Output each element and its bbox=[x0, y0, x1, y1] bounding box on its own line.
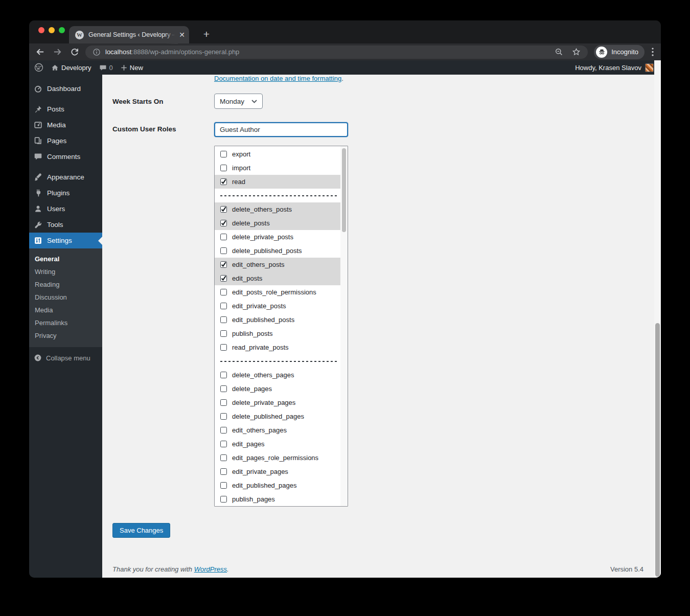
capability-row-edit_others_pages[interactable]: edit_others_pages bbox=[215, 423, 340, 437]
checkbox-unchecked-icon[interactable] bbox=[220, 399, 227, 406]
back-icon[interactable] bbox=[34, 47, 45, 58]
checkbox-unchecked-icon[interactable] bbox=[220, 427, 227, 434]
submenu-item-writing[interactable]: Writing bbox=[29, 265, 102, 278]
documentation-link-row: Documentation on date and time formattin… bbox=[214, 75, 343, 82]
browser-menu-icon[interactable] bbox=[652, 48, 654, 56]
checkbox-unchecked-icon[interactable] bbox=[220, 441, 227, 447]
wordpress-link[interactable]: WordPress bbox=[194, 565, 227, 573]
forward-icon[interactable] bbox=[52, 47, 63, 58]
submenu-item-media[interactable]: Media bbox=[29, 304, 102, 316]
page-scrollbar-thumb[interactable] bbox=[655, 323, 660, 577]
sidebar-item-users[interactable]: Users bbox=[29, 201, 102, 217]
sidebar-item-media[interactable]: Media bbox=[29, 117, 102, 133]
week-starts-select[interactable]: Monday bbox=[214, 94, 263, 109]
checkbox-unchecked-icon[interactable] bbox=[220, 482, 227, 489]
submenu-item-reading[interactable]: Reading bbox=[29, 278, 102, 291]
checkbox-unchecked-icon[interactable] bbox=[220, 496, 227, 503]
checkbox-unchecked-icon[interactable] bbox=[220, 303, 227, 309]
checkbox-unchecked-icon[interactable] bbox=[220, 151, 227, 157]
checkbox-checked-icon[interactable] bbox=[220, 275, 227, 282]
url-bar[interactable]: localhost:8888/wp-admin/options-general.… bbox=[85, 45, 588, 59]
url-host: localhost bbox=[105, 48, 131, 56]
sidebar-item-comments[interactable]: Comments bbox=[29, 149, 102, 165]
capability-row-delete_pages[interactable]: delete_pages bbox=[215, 382, 340, 396]
capability-row-publish_pages[interactable]: publish_pages bbox=[215, 492, 340, 506]
capability-row-edit_private_posts[interactable]: edit_private_posts bbox=[215, 299, 340, 313]
capability-row-delete_private_pages[interactable]: delete_private_pages bbox=[215, 396, 340, 409]
wp-logo-menu[interactable] bbox=[34, 63, 43, 72]
sidebar-item-pages[interactable]: Pages bbox=[29, 133, 102, 149]
capability-row-edit_private_pages[interactable]: edit_private_pages bbox=[215, 465, 340, 478]
capability-row-edit_others_posts[interactable]: edit_others_posts bbox=[215, 258, 340, 271]
capability-row-edit_posts[interactable]: edit_posts bbox=[215, 271, 340, 285]
capability-row-delete_published_pages[interactable]: delete_published_pages bbox=[215, 409, 340, 423]
custom-user-roles-input[interactable] bbox=[214, 122, 348, 137]
capability-row-delete_published_posts[interactable]: delete_published_posts bbox=[215, 244, 340, 258]
documentation-link[interactable]: Documentation on date and time formattin… bbox=[214, 75, 341, 82]
sidebar-item-tools[interactable]: Tools bbox=[29, 217, 102, 233]
capability-row-edit_published_pages[interactable]: edit_published_pages bbox=[215, 478, 340, 492]
checkbox-checked-icon[interactable] bbox=[220, 220, 227, 226]
checkbox-unchecked-icon[interactable] bbox=[220, 344, 227, 351]
checkbox-unchecked-icon[interactable] bbox=[220, 289, 227, 295]
checkbox-unchecked-icon[interactable] bbox=[220, 330, 227, 337]
capabilities-listbox[interactable]: exportimportreaddelete_others_postsdelet… bbox=[214, 146, 348, 507]
checkbox-unchecked-icon[interactable] bbox=[220, 247, 227, 254]
capability-row-delete_private_posts[interactable]: delete_private_posts bbox=[215, 230, 340, 244]
page-info-icon[interactable] bbox=[93, 48, 101, 56]
capability-row-delete_others_pages[interactable]: delete_others_pages bbox=[215, 368, 340, 382]
checkbox-checked-icon[interactable] bbox=[220, 206, 227, 213]
capability-row-edit_published_posts[interactable]: edit_published_posts bbox=[215, 313, 340, 327]
capability-row-read_private_posts[interactable]: read_private_posts bbox=[215, 340, 340, 354]
capability-row-edit_pages[interactable]: edit_pages bbox=[215, 437, 340, 451]
zoom-page-icon[interactable] bbox=[555, 48, 563, 56]
checkbox-unchecked-icon[interactable] bbox=[220, 165, 227, 171]
new-tab-button[interactable]: + bbox=[199, 27, 214, 42]
submenu-item-permalinks[interactable]: Permalinks bbox=[29, 316, 102, 329]
minimize-window-button[interactable] bbox=[49, 27, 55, 33]
sidebar-item-dashboard[interactable]: Dashboard bbox=[29, 81, 102, 97]
bookmark-star-icon[interactable] bbox=[572, 48, 581, 56]
listbox-scrollbar[interactable] bbox=[340, 146, 348, 506]
reload-icon[interactable] bbox=[69, 47, 80, 58]
collapse-menu-button[interactable]: Collapse menu bbox=[29, 354, 102, 362]
capability-row-delete_others_posts[interactable]: delete_others_posts bbox=[215, 202, 340, 216]
checkbox-unchecked-icon[interactable] bbox=[220, 454, 227, 461]
browser-tab[interactable]: W General Settings ‹ Developry — W ✕ bbox=[69, 26, 189, 43]
sidebar-item-plugins[interactable]: Plugins bbox=[29, 185, 102, 201]
page-scrollbar[interactable] bbox=[654, 60, 661, 578]
tab-close-icon[interactable]: ✕ bbox=[179, 31, 185, 39]
capability-row-publish_posts[interactable]: publish_posts bbox=[215, 327, 340, 340]
capability-row-export[interactable]: export bbox=[215, 147, 340, 161]
checkbox-unchecked-icon[interactable] bbox=[220, 316, 227, 323]
sidebar-item-label: Posts bbox=[47, 105, 64, 113]
account-menu[interactable]: Howdy, Krasen Slavov bbox=[575, 63, 654, 72]
capability-row-edit_pages_role_permissions[interactable]: edit_pages_role_permissions bbox=[215, 451, 340, 465]
checkbox-unchecked-icon[interactable] bbox=[220, 468, 227, 475]
submenu-item-discussion[interactable]: Discussion bbox=[29, 291, 102, 304]
capability-row-import[interactable]: import bbox=[215, 161, 340, 175]
submenu-item-general[interactable]: General bbox=[29, 253, 102, 265]
browser-toolbar: localhost:8888/wp-admin/options-general.… bbox=[29, 43, 661, 60]
save-changes-button[interactable]: Save Changes bbox=[112, 523, 170, 538]
checkbox-unchecked-icon[interactable] bbox=[220, 372, 227, 378]
sidebar-item-appearance[interactable]: Appearance bbox=[29, 169, 102, 185]
checkbox-checked-icon[interactable] bbox=[220, 261, 227, 268]
capability-row-read[interactable]: read bbox=[215, 175, 340, 189]
checkbox-unchecked-icon[interactable] bbox=[220, 234, 227, 240]
collapse-arrow-icon bbox=[34, 354, 42, 362]
checkbox-unchecked-icon[interactable] bbox=[220, 413, 227, 420]
sidebar-item-settings[interactable]: Settings bbox=[29, 233, 102, 248]
site-name-menu[interactable]: Developry bbox=[51, 64, 91, 72]
checkbox-unchecked-icon[interactable] bbox=[220, 385, 227, 392]
close-window-button[interactable] bbox=[38, 27, 44, 33]
new-content-menu[interactable]: New bbox=[121, 64, 143, 72]
submenu-item-privacy[interactable]: Privacy bbox=[29, 329, 102, 342]
sidebar-item-posts[interactable]: Posts bbox=[29, 101, 102, 117]
checkbox-checked-icon[interactable] bbox=[220, 178, 227, 185]
comments-menu[interactable]: 0 bbox=[99, 64, 113, 72]
capability-row-edit_posts_role_permissions[interactable]: edit_posts_role_permissions bbox=[215, 285, 340, 299]
zoom-window-button[interactable] bbox=[59, 27, 65, 33]
capability-row-delete_posts[interactable]: delete_posts bbox=[215, 216, 340, 230]
listbox-scrollbar-thumb[interactable] bbox=[342, 148, 346, 232]
